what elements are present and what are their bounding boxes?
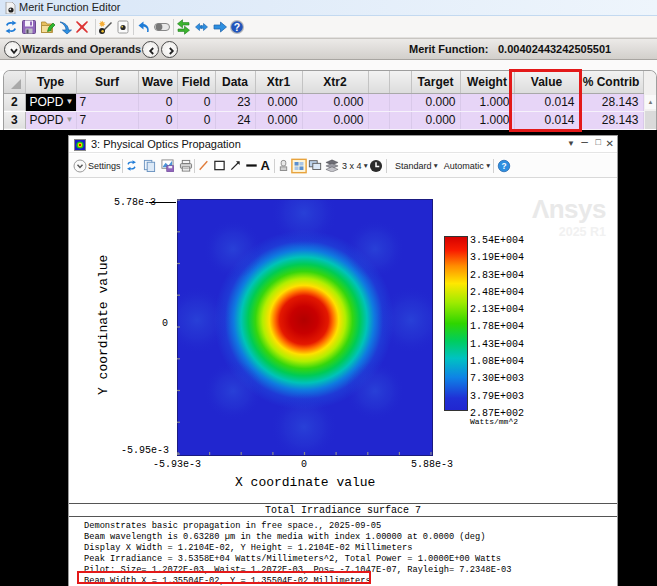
svg-text:?: ? bbox=[234, 20, 240, 32]
svg-text:?: ? bbox=[502, 160, 507, 170]
